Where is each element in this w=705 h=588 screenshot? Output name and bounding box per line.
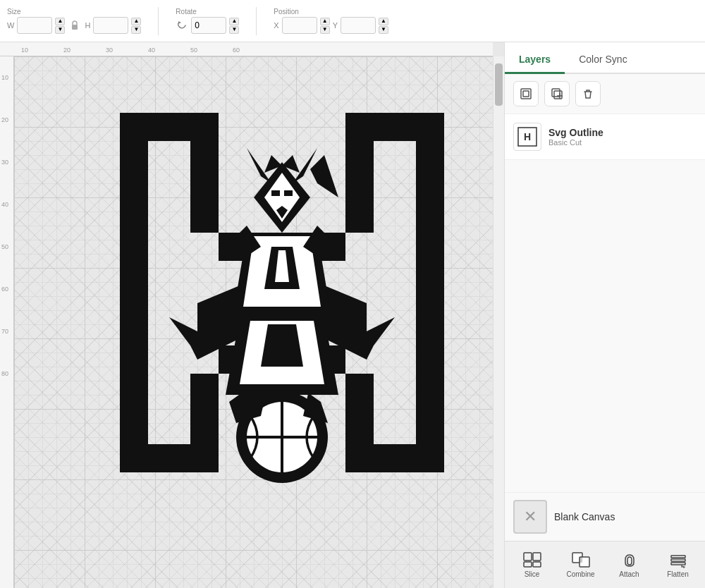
y-label: Y bbox=[333, 21, 338, 30]
svg-marker-27 bbox=[367, 317, 395, 360]
rotate-up[interactable]: ▲ bbox=[229, 18, 239, 25]
width-up[interactable]: ▲ bbox=[55, 18, 65, 25]
svg-rect-4 bbox=[271, 190, 280, 196]
height-down[interactable]: ▼ bbox=[131, 26, 141, 34]
svg-rect-40 bbox=[524, 562, 532, 567]
flatten-icon bbox=[668, 551, 688, 568]
width-stepper[interactable]: ▲ ▼ bbox=[55, 18, 65, 34]
ruler-left-30: 30 bbox=[1, 159, 8, 166]
main-toolbar: Size W ▲ ▼ H ▲ ▼ Rotate bbox=[0, 0, 705, 42]
scrollbar-vertical[interactable] bbox=[493, 56, 504, 588]
width-input[interactable] bbox=[17, 17, 52, 34]
panel-spacer bbox=[505, 160, 705, 492]
ruler-top: 10 20 30 40 50 60 bbox=[0, 42, 493, 56]
lock-icon bbox=[70, 20, 79, 31]
ruler-left: 10 20 30 40 50 60 70 80 bbox=[0, 56, 14, 588]
height-stepper[interactable]: ▲ ▼ bbox=[131, 18, 141, 34]
tab-layers[interactable]: Layers bbox=[505, 47, 565, 74]
add-layer-icon bbox=[551, 87, 563, 100]
position-group: Position X ▲ ▼ Y ▲ ▼ bbox=[274, 8, 388, 34]
combine-button[interactable]: Combine bbox=[556, 547, 605, 582]
svg-rect-47 bbox=[671, 563, 685, 565]
layer-sub: Basic Cut bbox=[548, 138, 697, 147]
canvas-color-swatch[interactable]: ✕ bbox=[513, 500, 547, 534]
size-inputs: W ▲ ▼ H ▲ ▼ bbox=[7, 17, 141, 34]
panel-tool-square[interactable] bbox=[513, 81, 539, 106]
svg-marker-19 bbox=[261, 324, 303, 367]
layer-preview-icon: H bbox=[517, 126, 538, 147]
canvas-grid[interactable] bbox=[14, 56, 504, 588]
ruler-left-50: 50 bbox=[1, 243, 8, 250]
rotate-group: Rotate ▲ ▼ bbox=[176, 8, 239, 34]
slice-icon bbox=[522, 551, 542, 568]
canvas-area[interactable]: 10 20 30 40 50 60 10 20 30 40 50 60 70 8… bbox=[0, 42, 504, 588]
y-up[interactable]: ▲ bbox=[379, 18, 388, 25]
svg-marker-1 bbox=[178, 21, 181, 24]
svg-marker-28 bbox=[310, 155, 338, 197]
attach-label: Attach bbox=[619, 570, 639, 578]
layer-item-svg-outline[interactable]: H Svg Outline Basic Cut bbox=[505, 114, 705, 160]
svg-rect-44 bbox=[580, 557, 582, 563]
attach-button[interactable]: Attach bbox=[605, 547, 654, 582]
width-down[interactable]: ▼ bbox=[55, 26, 65, 34]
panel-actions: Slice Combine Attach bbox=[505, 541, 705, 588]
canvas-color-row: ✕ Blank Canvas bbox=[505, 492, 705, 541]
x-down[interactable]: ▼ bbox=[320, 26, 330, 34]
svg-rect-0 bbox=[72, 25, 78, 30]
ruler-top-10: 10 bbox=[21, 47, 28, 54]
svg-rect-39 bbox=[533, 553, 541, 561]
attach-icon bbox=[620, 551, 639, 568]
panel-tabs: Layers Color Sync bbox=[505, 42, 705, 74]
x-up[interactable]: ▲ bbox=[320, 18, 330, 25]
panel-tool-add[interactable] bbox=[544, 81, 570, 106]
slice-button[interactable]: Slice bbox=[508, 547, 556, 582]
combine-icon bbox=[571, 551, 591, 568]
svg-rect-5 bbox=[284, 190, 293, 196]
rotate-stepper[interactable]: ▲ ▼ bbox=[229, 18, 239, 34]
ruler-top-50: 50 bbox=[190, 47, 197, 54]
ruler-left-10: 10 bbox=[1, 74, 8, 81]
ruler-top-20: 20 bbox=[63, 47, 70, 54]
size-group: Size W ▲ ▼ H ▲ ▼ bbox=[7, 8, 141, 34]
rotate-label: Rotate bbox=[176, 8, 196, 16]
canvas-color-x-icon: ✕ bbox=[524, 508, 537, 526]
tab-color-sync[interactable]: Color Sync bbox=[565, 47, 641, 74]
rotate-inputs: ▲ ▼ bbox=[176, 17, 239, 34]
divider-2 bbox=[256, 7, 257, 35]
x-stepper[interactable]: ▲ ▼ bbox=[320, 18, 330, 34]
height-up[interactable]: ▲ bbox=[131, 18, 141, 25]
panel-tool-delete[interactable] bbox=[575, 81, 601, 106]
square-outline-icon bbox=[520, 87, 532, 100]
ruler-left-80: 80 bbox=[1, 370, 8, 377]
ruler-left-70: 70 bbox=[1, 328, 8, 335]
panel-toolbar bbox=[505, 74, 705, 114]
rotate-down[interactable]: ▼ bbox=[229, 26, 239, 34]
svg-rect-30 bbox=[521, 89, 531, 99]
h-label: H bbox=[85, 21, 90, 30]
scrollbar-thumb[interactable] bbox=[495, 63, 503, 106]
ruler-left-40: 40 bbox=[1, 201, 8, 208]
main-artwork bbox=[99, 92, 465, 494]
svg-rect-31 bbox=[523, 91, 529, 97]
y-input[interactable] bbox=[341, 17, 376, 34]
rotate-icon bbox=[176, 19, 188, 32]
height-input[interactable] bbox=[93, 17, 128, 34]
artwork-container bbox=[99, 92, 465, 494]
y-down[interactable]: ▼ bbox=[379, 26, 388, 34]
ruler-top-40: 40 bbox=[148, 47, 155, 54]
svg-text:H: H bbox=[524, 131, 531, 142]
flatten-button[interactable]: Flatten bbox=[654, 547, 702, 582]
layer-info: Svg Outline Basic Cut bbox=[548, 127, 697, 147]
ruler-left-20: 20 bbox=[1, 116, 8, 123]
divider-1 bbox=[158, 7, 159, 35]
layer-thumbnail: H bbox=[513, 123, 541, 151]
canvas-color-label: Blank Canvas bbox=[554, 511, 615, 522]
y-stepper[interactable]: ▲ ▼ bbox=[379, 18, 388, 34]
x-input[interactable] bbox=[282, 17, 317, 34]
ruler-top-30: 30 bbox=[106, 47, 113, 54]
main-area: 10 20 30 40 50 60 10 20 30 40 50 60 70 8… bbox=[0, 42, 705, 588]
svg-rect-45 bbox=[671, 556, 685, 558]
size-label: Size bbox=[7, 8, 20, 16]
rotate-input[interactable] bbox=[191, 17, 226, 34]
h-letter-group bbox=[120, 113, 444, 483]
